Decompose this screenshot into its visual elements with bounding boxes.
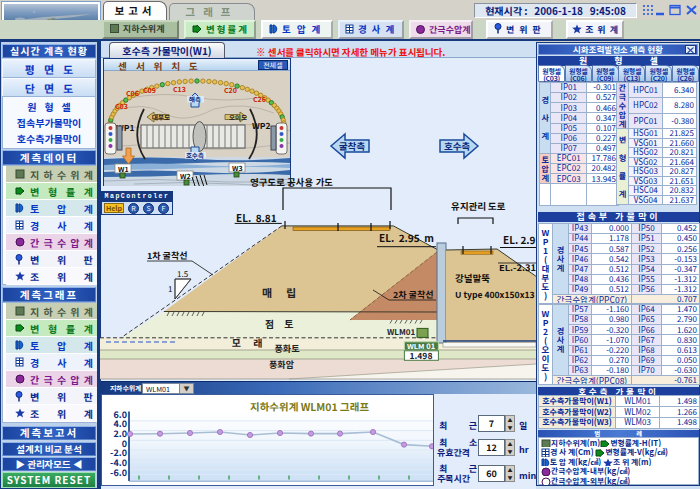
svg-text:C09: C09	[143, 85, 156, 95]
svg-text:C06: C06	[126, 88, 139, 98]
svg-text:굴착측: 굴착측	[339, 139, 365, 153]
svg-text:WLM01: WLM01	[387, 326, 415, 337]
svg-text:1: 1	[168, 283, 172, 294]
svg-text:유지관리 도로: 유지관리 도로	[451, 199, 506, 213]
svg-text:해측: 해측	[189, 94, 201, 104]
svg-text:C20: C20	[224, 85, 237, 95]
svg-text:호수측: 호수측	[444, 139, 470, 153]
svg-text:C26: C26	[253, 94, 266, 104]
svg-text:U type 400x150x13: U type 400x150x13	[455, 288, 535, 300]
svg-text:W2: W2	[180, 171, 191, 181]
svg-text:C13: C13	[173, 84, 186, 94]
svg-text:W3: W3	[232, 163, 243, 173]
svg-text:W1: W1	[118, 164, 129, 174]
svg-text:EL. 8.81: EL. 8.81	[236, 210, 277, 225]
svg-text:오이도: 오이도	[229, 112, 247, 122]
svg-text:강널말뚝: 강널말뚝	[455, 271, 490, 285]
svg-text:점토: 점토	[265, 316, 303, 331]
svg-text:2차 굴착선: 2차 굴착선	[393, 288, 433, 301]
svg-text:풍화토: 풍화토	[275, 342, 301, 355]
svg-text:-6.0: -6.0	[110, 466, 127, 479]
svg-text:풍화암: 풍화암	[269, 358, 295, 371]
svg-text:1.498: 1.498	[410, 349, 433, 361]
svg-text:모래: 모래	[232, 335, 274, 350]
svg-text:매립: 매립	[262, 284, 310, 300]
svg-text:EL. 2.95 m: EL. 2.95 m	[379, 230, 434, 245]
svg-text:EL.-2.31: EL.-2.31	[499, 260, 536, 274]
svg-text:WP2: WP2	[252, 119, 270, 131]
svg-text:C03: C03	[115, 101, 128, 111]
svg-text:EL. 2.9: EL. 2.9	[503, 232, 536, 247]
svg-text:대부도: 대부도	[152, 112, 170, 122]
svg-text:1.5: 1.5	[177, 268, 189, 279]
svg-text:호수측: 호수측	[186, 150, 204, 160]
svg-text:1차 굴착선: 1차 굴착선	[147, 249, 187, 262]
